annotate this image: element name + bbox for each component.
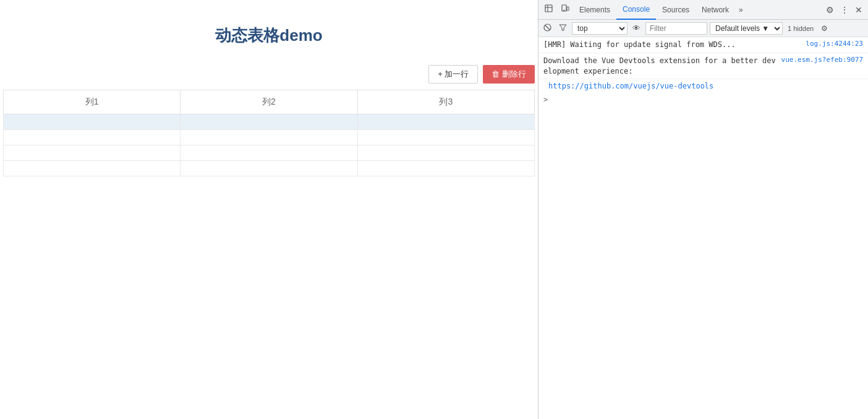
tab-network[interactable]: Network: [696, 0, 735, 20]
log-link-hmr[interactable]: log.js:4244:23: [806, 40, 863, 48]
cell-r3-c0[interactable]: [4, 161, 181, 176]
cell-r1-c2[interactable]: [357, 130, 534, 145]
svg-rect-0: [545, 5, 552, 12]
col1-header: 列1: [4, 90, 181, 114]
log-entry-hmr: [HMR] Waiting for update signal from WDS…: [538, 37, 868, 53]
svg-marker-8: [560, 25, 566, 30]
delete-row-button[interactable]: 🗑 删除行: [483, 65, 535, 84]
log-text-hmr: [HMR] Waiting for update signal from WDS…: [543, 40, 801, 50]
cell-r0-c0[interactable]: [4, 114, 181, 130]
tab-elements[interactable]: Elements: [573, 0, 616, 20]
table-row: [4, 161, 535, 176]
vue-devtools-url[interactable]: https://github.com/vuejs/vue-devtools: [538, 79, 868, 93]
cell-r2-c1[interactable]: [181, 145, 357, 161]
log-entry-devtools: Download the Vue Devtools extension for …: [538, 53, 868, 80]
data-table: 列1 列2 列3: [3, 90, 535, 176]
cell-r2-c0[interactable]: [4, 145, 181, 161]
cell-r1-c0[interactable]: [4, 130, 181, 145]
cell-r1-c1[interactable]: [181, 130, 357, 145]
console-eye-icon[interactable]: 👁: [630, 22, 643, 34]
cell-r3-c2[interactable]: [357, 161, 534, 176]
device-toolbar-icon[interactable]: [557, 2, 573, 17]
console-filter-input[interactable]: [645, 22, 707, 35]
chevron-right-icon: >: [543, 95, 548, 104]
app-area: 动态表格demo + 加一行 🗑 删除行 列1 列2 列3: [0, 0, 538, 419]
table-row: [4, 145, 535, 161]
console-clear-icon[interactable]: [541, 22, 554, 35]
svg-rect-4: [567, 7, 569, 11]
log-link-devtools[interactable]: vue.esm.js?efeb:9077: [781, 56, 863, 64]
devtools-settings-icon[interactable]: ⚙: [823, 2, 837, 17]
devtools-panel: Elements Console Sources Network » ⚙ ⋮ ✕…: [538, 0, 868, 419]
devtools-tab-bar: Elements Console Sources Network » ⚙ ⋮ ✕: [538, 0, 868, 20]
console-filter-icon[interactable]: [556, 22, 569, 35]
tab-sources[interactable]: Sources: [656, 0, 696, 20]
col2-header: 列2: [181, 90, 357, 114]
devtools-close-icon[interactable]: ✕: [852, 2, 866, 17]
vue-devtools-link[interactable]: https://github.com/vuejs/vue-devtools: [548, 82, 713, 90]
toolbar: + 加一行 🗑 删除行: [3, 65, 535, 84]
header-row: 列1 列2 列3: [4, 90, 535, 114]
log-text-devtools: Download the Vue Devtools extension for …: [543, 56, 777, 77]
tab-console[interactable]: Console: [616, 0, 656, 20]
cell-r0-c2[interactable]: [357, 114, 534, 130]
devtools-more-icon[interactable]: ⋮: [837, 2, 852, 17]
console-settings-icon[interactable]: ⚙: [819, 23, 830, 34]
col3-header: 列3: [357, 90, 534, 114]
cell-r0-c1[interactable]: [181, 114, 357, 130]
cell-r2-c2[interactable]: [357, 145, 534, 161]
inspect-element-icon[interactable]: [541, 2, 557, 17]
more-tabs-icon[interactable]: »: [735, 3, 747, 17]
table-container: 列1 列2 列3: [3, 90, 535, 176]
table-row: [4, 114, 535, 130]
add-row-button[interactable]: + 加一行: [428, 65, 478, 84]
console-log-area[interactable]: [HMR] Waiting for update signal from WDS…: [538, 37, 868, 419]
hidden-count-badge: 1 hidden: [785, 25, 816, 32]
page-title: 动态表格demo: [215, 25, 322, 46]
svg-line-7: [545, 25, 550, 30]
console-prompt[interactable]: >: [538, 93, 868, 106]
console-context-select[interactable]: top: [572, 22, 628, 35]
console-toolbar: top 👁 Default levels ▼ 1 hidden ⚙: [538, 20, 868, 37]
table-row: [4, 130, 535, 145]
console-level-select[interactable]: Default levels ▼: [710, 22, 783, 35]
table-body: [4, 114, 535, 176]
table-header: 列1 列2 列3: [4, 90, 535, 114]
cell-r3-c1[interactable]: [181, 161, 357, 176]
